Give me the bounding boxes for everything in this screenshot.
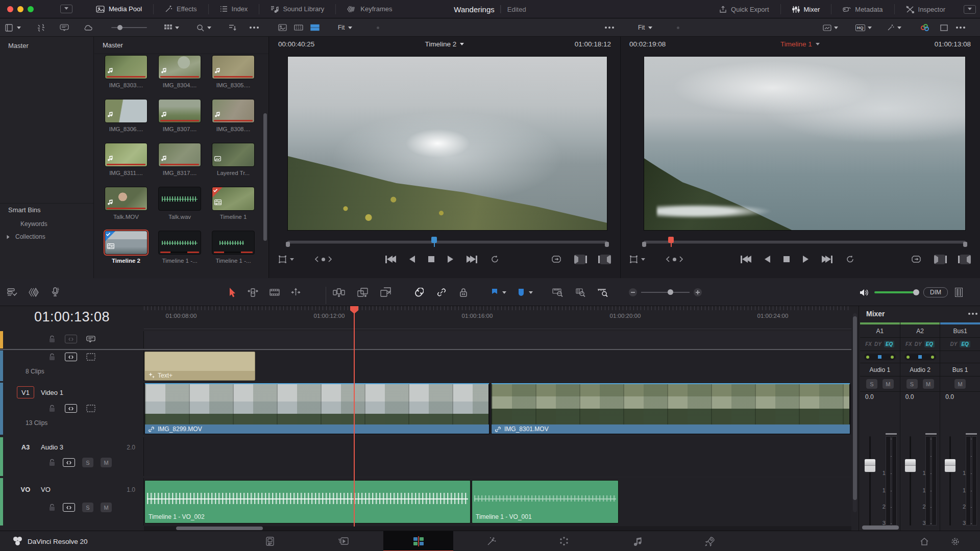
stop-button[interactable] <box>783 256 790 262</box>
stills-icon[interactable] <box>60 24 69 31</box>
auto-select-icon[interactable] <box>63 503 75 512</box>
loop-range-icon[interactable] <box>552 256 561 263</box>
subtitle-track-header[interactable] <box>0 331 144 348</box>
timeline-view-icon[interactable] <box>310 24 320 31</box>
smart-bin-keywords[interactable]: Keywords <box>20 220 47 228</box>
close-window-button[interactable] <box>7 6 13 12</box>
chevron-down-icon[interactable] <box>897 27 901 31</box>
minimize-window-button[interactable] <box>17 6 23 12</box>
timeline-zoom-slider[interactable] <box>641 292 690 293</box>
media-clip[interactable]: IMG_8311.... <box>102 143 151 187</box>
chevron-down-icon[interactable] <box>17 27 21 31</box>
thumbnail-size-slider[interactable] <box>111 27 147 28</box>
stop-button[interactable] <box>428 256 434 262</box>
chevron-down-icon[interactable] <box>868 27 872 31</box>
tab-inspector[interactable]: Inspector <box>895 0 957 18</box>
go-to-end-button[interactable] <box>822 256 832 263</box>
chevron-down-icon[interactable] <box>529 291 533 296</box>
tab-mixer[interactable]: Mixer <box>781 0 831 18</box>
timeline-playhead[interactable] <box>354 306 355 527</box>
relink-media-icon[interactable] <box>37 24 45 32</box>
media-clip[interactable]: IMG_8303.... <box>102 55 151 99</box>
chevron-down-icon[interactable] <box>207 27 211 31</box>
in-point-handle[interactable] <box>642 242 646 247</box>
in-point-handle[interactable] <box>286 242 290 247</box>
left-viewer-scrub-bar[interactable] <box>287 238 607 245</box>
more-options-icon[interactable] <box>960 27 962 29</box>
more-options-icon[interactable] <box>253 27 255 29</box>
match-frame-prev-icon[interactable] <box>958 255 971 264</box>
speaker-icon[interactable] <box>860 288 869 297</box>
auto-select-icon[interactable] <box>63 458 75 467</box>
tab-index[interactable]: Index <box>209 0 259 18</box>
monitor-volume-slider[interactable] <box>874 291 918 293</box>
quick-export-button[interactable]: Quick Export <box>708 0 780 18</box>
loop-range-icon[interactable] <box>912 256 921 263</box>
bin-master[interactable]: Master <box>0 37 93 55</box>
page-fairlight[interactable] <box>620 531 655 551</box>
media-clip[interactable]: IMG_8304.... <box>155 55 204 99</box>
out-point-handle[interactable] <box>963 242 967 247</box>
media-clip[interactable]: Timeline 1 -... <box>155 231 204 274</box>
grade-bypass-icon[interactable] <box>823 24 831 31</box>
zoom-in-button[interactable] <box>694 288 702 296</box>
timeline-view-options-icon[interactable] <box>7 288 17 297</box>
media-clip[interactable]: Timeline 1 <box>209 187 258 231</box>
page-cut[interactable] <box>326 531 361 551</box>
lock-track-icon[interactable] <box>48 353 56 361</box>
settings-gear-icon[interactable] <box>942 531 968 551</box>
solo-button[interactable]: S <box>906 379 918 389</box>
fader-value[interactable]: 0.0 <box>860 392 900 402</box>
home-button[interactable] <box>912 531 937 551</box>
fx-button[interactable]: FX <box>865 341 872 347</box>
match-frame-prev-icon[interactable] <box>598 255 611 264</box>
mute-button[interactable]: M <box>883 379 894 389</box>
viewer-playhead[interactable] <box>431 237 437 243</box>
solo-button[interactable]: S <box>82 503 93 512</box>
media-clip[interactable]: IMG_8307.... <box>155 99 204 143</box>
smart-bins-header[interactable]: Smart Bins <box>0 201 49 219</box>
match-frame-next-icon[interactable] <box>934 255 947 264</box>
fader-handle[interactable] <box>864 459 876 472</box>
selection-mode-tool[interactable] <box>229 288 236 297</box>
razor-edit-mode-tool[interactable] <box>270 288 280 296</box>
film-frame-icon[interactable] <box>86 353 95 361</box>
marker-button[interactable] <box>518 288 525 296</box>
snapping-magnet-button[interactable] <box>414 288 424 297</box>
timeline-clip-img8299[interactable]: IMG_8299.MOV <box>144 383 489 434</box>
enhanced-viewer-icon[interactable] <box>887 24 895 31</box>
media-clip[interactable]: IMG_8305.... <box>209 55 258 99</box>
panel-visibility-toggle-icon[interactable] <box>60 5 72 13</box>
video2-track-header[interactable]: 8 Clips <box>0 350 144 381</box>
more-options-icon[interactable] <box>608 27 610 29</box>
solo-button[interactable]: S <box>866 379 877 389</box>
mixer-options-icon[interactable] <box>972 313 974 315</box>
out-point-handle[interactable] <box>605 242 609 247</box>
full-extent-zoom-button[interactable] <box>552 288 564 297</box>
left-viewer-source-select[interactable]: Timeline 2 <box>339 40 550 48</box>
frame-stepper[interactable] <box>666 256 683 262</box>
v1-destination-button[interactable]: V1 <box>17 386 34 398</box>
tab-keyframes[interactable]: Keyframes <box>336 0 403 18</box>
timeline-clip-img8301[interactable]: IMG_8301.MOV <box>491 383 850 434</box>
timeline-vertical-scrollbar[interactable] <box>853 313 857 512</box>
timeline-clip-text-plus[interactable]: Text+ <box>144 352 255 381</box>
cloud-icon[interactable] <box>83 24 92 31</box>
dynamic-trim-mode-tool[interactable] <box>291 288 301 297</box>
page-color[interactable] <box>546 531 582 551</box>
panel-visibility-toggle-icon[interactable] <box>964 5 976 14</box>
safe-area-icon[interactable] <box>940 24 948 31</box>
timeline-clip-vo002[interactable]: Timeline 1 - VO_002 <box>144 480 471 523</box>
custom-zoom-button[interactable] <box>597 288 608 297</box>
mixer-scrollbar[interactable] <box>862 525 899 530</box>
media-pool-scrollbar[interactable] <box>263 113 267 241</box>
zoom-out-button[interactable] <box>629 288 637 296</box>
media-clip[interactable]: IMG_8317.... <box>155 143 204 187</box>
auto-select-icon[interactable] <box>65 335 77 343</box>
audio3-track-header[interactable]: A3 Audio 3 2.0 S M <box>0 437 144 476</box>
media-clip[interactable]: IMG_8308.... <box>209 99 258 143</box>
lock-track-icon[interactable] <box>48 504 56 511</box>
left-viewer-zoom-select[interactable]: Fit <box>338 19 352 36</box>
sort-order-icon[interactable] <box>229 24 236 31</box>
detail-zoom-button[interactable] <box>575 288 586 297</box>
